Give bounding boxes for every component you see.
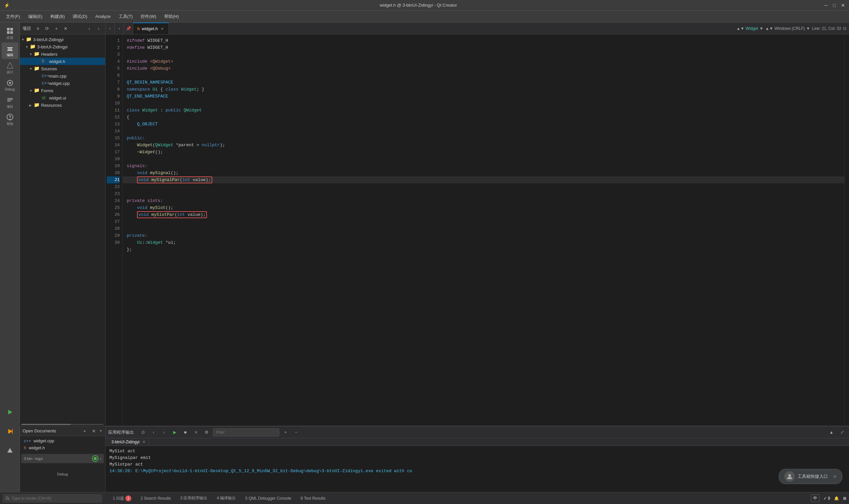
open-doc-widget-cpp[interactable]: c++ widget.cpp [22, 437, 103, 444]
toolbar-project[interactable]: 项目 [2, 94, 18, 111]
menu-build[interactable]: 构建(B) [47, 12, 68, 21]
debug-indicator[interactable] [92, 455, 98, 462]
sidebar-close-btn[interactable]: ✕ [62, 24, 70, 33]
open-docs-close-btn[interactable]: ✕ [90, 427, 98, 435]
code-content[interactable]: #ifndef WIDGET_H #define WIDGET_H #inclu… [123, 35, 844, 426]
tooltip-close[interactable]: ✕ [833, 474, 837, 479]
open-doc-widget-h[interactable]: h widget.h [22, 444, 103, 451]
lang-indicator[interactable]: 中 [811, 494, 819, 502]
close-btn[interactable]: ✕ [841, 3, 845, 8]
toolbar-welcome[interactable]: 欢迎 [2, 25, 18, 42]
menu-edit[interactable]: 编辑(E) [25, 12, 46, 21]
tab-nav-left[interactable]: ‹ [106, 22, 115, 34]
bottom-tab-qml[interactable]: 5 QML Debugger Console [241, 495, 295, 502]
sidebar-new-btn[interactable]: + [52, 24, 60, 33]
sidebar-sync-btn[interactable]: ⟳ [43, 24, 51, 33]
menu-debug[interactable]: 调试(D) [69, 12, 91, 21]
locate-input[interactable] [12, 496, 100, 501]
output-settings-btn[interactable]: ⚙ [202, 428, 211, 437]
class-dropdown[interactable]: ▲▼ Widget ▼ [737, 26, 763, 31]
menu-analyze[interactable]: Analyze [92, 13, 114, 20]
menu-widgets[interactable]: 控件(W) [137, 12, 160, 21]
editor-area: ‹ › 📌 h widget.h ✕ ▲▼ Widget ▼ ▲▼ Window… [106, 22, 849, 492]
svg-point-13 [6, 497, 8, 499]
open-docs-add-btn[interactable]: + [80, 427, 89, 435]
output-run-btn[interactable]: ▶ [170, 428, 179, 437]
grid-icon[interactable]: ⊞ [843, 496, 846, 501]
output-minus-btn[interactable]: − [292, 428, 301, 437]
output-filter-input[interactable] [213, 428, 279, 436]
output-line-3: MySlotpar act [109, 461, 841, 468]
svg-rect-1 [10, 28, 13, 31]
debug-panel-btn[interactable]: Debug [22, 466, 103, 483]
line-numbers: 12345 678910 1112131415 1617181920 21 22… [106, 35, 123, 426]
bottom-tab-appoutput[interactable]: 3 应用程序输出 [176, 494, 211, 502]
output-plus-btn[interactable]: + [281, 428, 290, 437]
bell-icon[interactable]: 🔔 [834, 496, 839, 501]
menu-help[interactable]: 帮助(H) [161, 12, 182, 21]
debug-run-button[interactable] [2, 423, 18, 440]
bottom-tab-testresults[interactable]: 8 Test Results [296, 495, 329, 502]
bottom-tab-problems[interactable]: 1 问题1 [109, 494, 135, 503]
svg-rect-3 [10, 31, 13, 34]
toolbar-edit[interactable]: 编辑 [2, 42, 18, 59]
svg-rect-2 [7, 31, 10, 34]
menu-bar: 文件(F) 编辑(E) 构建(B) 调试(D) Analyze 工具(T) 控件… [0, 11, 849, 22]
toolbar-debug[interactable]: Debug [2, 77, 18, 93]
svg-marker-10 [8, 429, 12, 434]
tree-widget-cpp[interactable]: c++ widget.cpp [20, 79, 105, 87]
menu-tools[interactable]: 工具(T) [115, 12, 136, 21]
tree-forms[interactable]: ▼ 📁 Forms [20, 87, 105, 94]
minimize-btn[interactable]: ─ [825, 3, 828, 8]
output-btn-left1[interactable]: ⊙ [139, 428, 147, 437]
bottom-tab-buildoutput[interactable]: 4 编译输出 [213, 494, 240, 502]
line-ending-dropdown[interactable]: ▲▼ Windows (CRLF) ▼ [765, 26, 810, 31]
sub-project[interactable]: ▼ 📁 3-btnUI-Zidingyi [20, 43, 105, 50]
output-tab-main[interactable]: 3-btnUI-Zidingyi ✕ [108, 438, 149, 446]
output-expand-btn[interactable]: ⤢ [838, 428, 846, 437]
bottom-tab-search[interactable]: 2 Search Results [137, 495, 175, 502]
sidebar-nav-left[interactable]: ‹ [85, 24, 93, 33]
output-scrollbar[interactable] [844, 446, 849, 492]
tab-bar: ‹ › 📌 h widget.h ✕ ▲▼ Widget ▼ ▲▼ Window… [106, 22, 849, 35]
output-collapse-btn[interactable]: ▲ [827, 428, 836, 437]
output-stop-btn[interactable]: ■ [181, 428, 190, 437]
tree-widget-ui[interactable]: ui widget.ui [20, 94, 105, 102]
output-btn-left2[interactable]: ‹ [149, 428, 158, 437]
svg-point-15 [788, 474, 791, 477]
maximize-btn[interactable]: □ [833, 3, 836, 8]
open-docs-header: Open Documents + ✕ ▼ [20, 426, 105, 436]
output-btn-left3[interactable]: › [160, 428, 168, 437]
open-documents: Open Documents + ✕ ▼ c++ widget.cpp h wi… [20, 426, 105, 492]
tooltip-label: 工具箱快捷入口 [798, 473, 828, 480]
tooltip-avatar[interactable] [784, 471, 795, 482]
tree-sources[interactable]: ▼ 📁 Sources [20, 65, 105, 72]
tab-widget-h[interactable]: h widget.h ✕ [133, 22, 169, 34]
sidebar: 项目 ≡ ⟳ + ✕ ‹ › ▼ 📁 3-btnUI-Zidingyi ▼ 📁 … [20, 22, 106, 492]
build-button[interactable] [2, 442, 18, 459]
tree-headers[interactable]: ▼ 📁 Headers [20, 50, 105, 58]
bottom-tabs: 1 问题1 2 Search Results 3 应用程序输出 4 编译输出 5… [0, 492, 849, 504]
split-btn[interactable]: ⊡ [843, 26, 846, 31]
sidebar-filter-btn[interactable]: ≡ [34, 24, 42, 33]
tab-bar-right: ▲▼ Widget ▼ ▲▼ Windows (CRLF) ▼ Line: 21… [734, 22, 849, 34]
tab-pin-btn[interactable]: 📌 [124, 22, 133, 34]
menu-file[interactable]: 文件(F) [3, 12, 23, 21]
tab-close-btn[interactable]: ✕ [160, 26, 164, 32]
toolbar-design[interactable]: 设计 [2, 60, 18, 76]
sidebar-nav-right[interactable]: › [94, 24, 103, 33]
run-button[interactable] [2, 404, 18, 420]
tree-widget-h[interactable]: h widget.h [20, 58, 105, 65]
editor-scrollbar[interactable] [844, 35, 849, 426]
svg-marker-4 [7, 62, 13, 68]
project-root[interactable]: ▼ 📁 3-btnUI-Zidingyi [20, 36, 105, 43]
toolbar-help[interactable]: 帮助 [2, 111, 18, 128]
output-close-btn[interactable]: ⤫ [192, 428, 200, 437]
position-info: Line: 21, Col: 33 [812, 26, 841, 31]
tree-main-cpp[interactable]: c++ main.cpp [20, 72, 105, 79]
left-toolbar: 欢迎 编辑 设计 Debug 项目 帮助 [0, 22, 20, 492]
tab-nav-right[interactable]: › [115, 22, 124, 34]
output-tab-close[interactable]: ✕ [142, 440, 146, 444]
open-docs-label: Open Documents [22, 428, 79, 433]
tree-resources[interactable]: ▶ 📁 Resources [20, 102, 105, 109]
